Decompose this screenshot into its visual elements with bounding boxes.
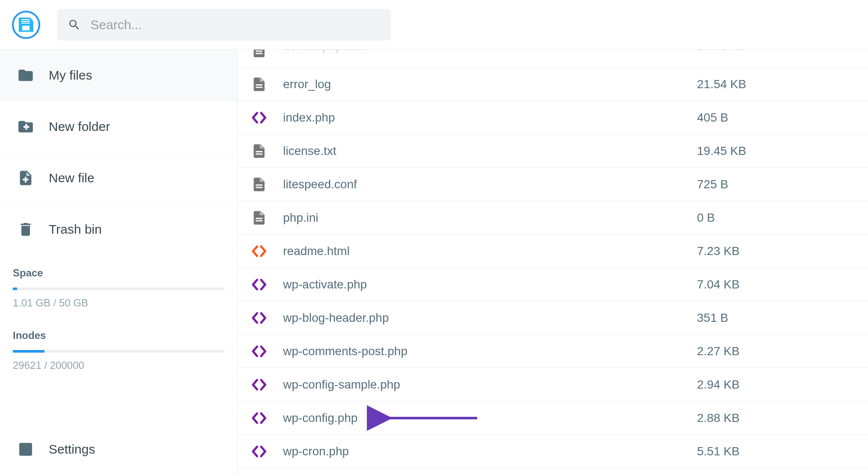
file-row[interactable]: wp-comments-post.php2.27 KB: [238, 335, 868, 368]
sidebar-item-label: My files: [49, 68, 92, 83]
space-label: Space: [13, 267, 224, 279]
file-row[interactable]: default.php.bak10.43 KB: [238, 50, 868, 68]
new-file-icon: [17, 169, 34, 187]
file-size: 21.54 KB: [697, 77, 868, 91]
file-row[interactable]: wp-blog-header.php351 B: [238, 301, 868, 335]
svg-rect-1: [26, 124, 27, 129]
file-size: 2.94 KB: [697, 378, 868, 392]
app-logo[interactable]: [12, 11, 40, 39]
file-size: 7.04 KB: [697, 278, 868, 291]
space-progress-bar: [13, 288, 224, 290]
file-size: 351 B: [697, 311, 868, 325]
file-list-panel: default.php.bak10.43 KBerror_log21.54 KB…: [238, 50, 868, 475]
file-size: 5.51 KB: [697, 445, 868, 458]
inodes-text: 29621 / 200000: [13, 359, 224, 371]
sidebar-item-new-folder[interactable]: New folder: [0, 101, 237, 152]
svg-rect-3: [25, 177, 27, 182]
svg-point-4: [21, 444, 30, 454]
file-size: 2.88 KB: [697, 411, 868, 425]
file-size: 7.23 KB: [697, 244, 868, 258]
inodes-label: Inodes: [13, 330, 224, 341]
floppy-disk-icon: [19, 18, 33, 32]
trash-icon: [17, 221, 34, 238]
document-icon: [251, 209, 268, 226]
file-name: wp-activate.php: [283, 278, 697, 291]
search-icon: [68, 18, 81, 32]
file-name: wp-config-sample.php: [283, 378, 697, 392]
header: [0, 0, 868, 50]
file-name: readme.html: [283, 244, 697, 258]
sidebar-item-label: Trash bin: [49, 222, 102, 237]
file-name: wp-config.php: [283, 411, 697, 425]
file-row[interactable]: license.txt19.45 KB: [238, 134, 868, 168]
sidebar-item-label: Settings: [49, 442, 95, 457]
file-size: 405 B: [697, 111, 868, 125]
file-name: litespeed.conf: [283, 178, 697, 191]
code-icon: [251, 109, 268, 126]
file-name: index.php: [283, 111, 697, 125]
file-name: wp-comments-post.php: [283, 344, 697, 358]
file-size: 0 B: [697, 211, 868, 225]
sidebar-item-label: New folder: [49, 119, 110, 134]
code-icon: [251, 376, 268, 393]
code-icon: [251, 309, 268, 327]
file-size: 19.45 KB: [697, 144, 868, 158]
code-icon: [251, 410, 268, 427]
file-row[interactable]: error_log21.54 KB: [238, 68, 868, 101]
code-icon: [251, 343, 268, 360]
gear-icon: [17, 441, 34, 458]
search-input[interactable]: [91, 18, 381, 32]
file-row[interactable]: wp-config.php2.88 KB: [238, 401, 868, 435]
file-name: default.php.bak: [283, 50, 697, 53]
sidebar-item-trash[interactable]: Trash bin: [0, 204, 237, 255]
code-icon: [251, 443, 268, 460]
file-size: 2.27 KB: [697, 344, 868, 358]
space-text: 1.01 GB / 50 GB: [13, 297, 224, 309]
sidebar-item-new-file[interactable]: New file: [0, 152, 237, 204]
file-name: wp-cron.php: [283, 445, 697, 458]
file-size: 10.43 KB: [697, 50, 868, 53]
file-row[interactable]: litespeed.conf725 B: [238, 168, 868, 201]
sidebar-item-my-files[interactable]: My files: [0, 50, 237, 101]
sidebar: My files New folder New file Trash bin S…: [0, 50, 238, 475]
file-name: license.txt: [283, 144, 697, 158]
space-usage: Space 1.01 GB / 50 GB: [0, 255, 237, 327]
file-size: 725 B: [697, 178, 868, 191]
file-row[interactable]: wp-cron.php5.51 KB: [238, 435, 868, 468]
sidebar-item-settings[interactable]: Settings: [0, 424, 237, 475]
file-row[interactable]: readme.html7.23 KB: [238, 235, 868, 268]
file-name: error_log: [283, 77, 697, 91]
file-row[interactable]: php.ini0 B: [238, 201, 868, 235]
document-icon: [251, 76, 268, 93]
inodes-progress-bar: [13, 350, 224, 353]
file-list: default.php.bak10.43 KBerror_log21.54 KB…: [238, 50, 868, 468]
search-box[interactable]: [57, 9, 391, 41]
document-icon: [251, 176, 268, 193]
sidebar-item-label: New file: [49, 171, 94, 185]
file-row[interactable]: index.php405 B: [238, 101, 868, 134]
new-folder-icon: [17, 118, 34, 135]
code-icon: [251, 243, 268, 260]
file-name: php.ini: [283, 211, 697, 225]
document-icon: [251, 50, 268, 59]
folder-icon: [17, 67, 34, 84]
file-name: wp-blog-header.php: [283, 311, 697, 325]
file-row[interactable]: wp-config-sample.php2.94 KB: [238, 368, 868, 401]
inodes-usage: Inodes 29621 / 200000: [0, 327, 237, 389]
code-icon: [251, 276, 268, 293]
file-row[interactable]: wp-activate.php7.04 KB: [238, 268, 868, 301]
document-icon: [251, 142, 268, 160]
